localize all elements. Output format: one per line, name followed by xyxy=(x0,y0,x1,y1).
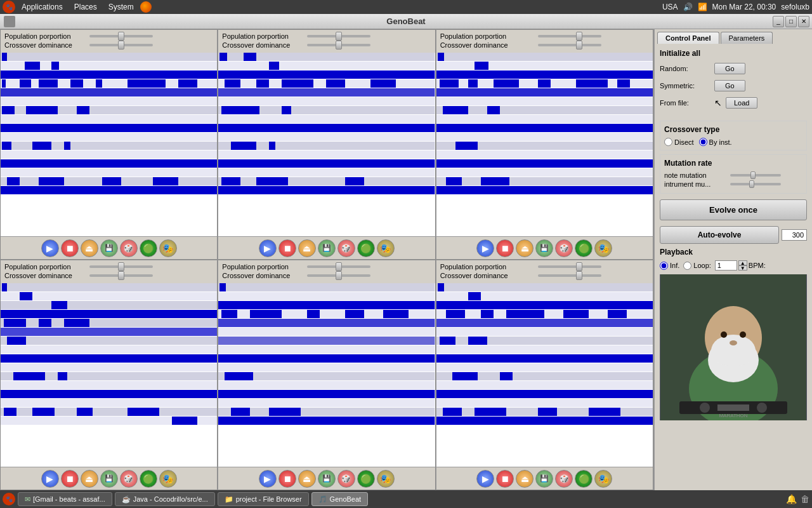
menu-system[interactable]: System xyxy=(103,1,139,13)
tab-control-panel[interactable]: Control Panel xyxy=(657,32,719,44)
tab-parameters[interactable]: Parameters xyxy=(721,32,773,44)
crossover-track-2[interactable] xyxy=(307,44,370,46)
stop-btn-1[interactable]: ⏹ xyxy=(61,239,79,257)
eject-btn-1[interactable]: ⏏ xyxy=(81,239,98,257)
blob-btn-3[interactable]: 🟢 xyxy=(575,239,593,257)
play-btn-5[interactable]: ▶ xyxy=(259,470,277,488)
disect-radio[interactable] xyxy=(664,138,672,146)
stop-btn-5[interactable]: ⏹ xyxy=(278,470,296,488)
blob-btn-2[interactable]: 🟢 xyxy=(357,239,375,257)
save-btn-1[interactable]: 💾 xyxy=(100,239,118,257)
crossover-track-4[interactable] xyxy=(89,274,153,277)
taskbar-logo[interactable]: 🐾 xyxy=(3,493,15,505)
dice-btn-4[interactable]: 🎲 xyxy=(120,470,138,488)
crossover-track-6[interactable] xyxy=(538,274,601,277)
minimize-button[interactable]: _ xyxy=(773,16,784,27)
crossover-thumb-5[interactable] xyxy=(336,271,342,280)
play-btn-3[interactable]: ▶ xyxy=(476,239,494,257)
auto-evolve-input[interactable] xyxy=(782,229,807,241)
population-track-5[interactable] xyxy=(307,265,370,268)
crossover-track-3[interactable] xyxy=(538,44,601,46)
save-btn-6[interactable]: 💾 xyxy=(535,470,553,488)
play-btn-1[interactable]: ▶ xyxy=(41,239,59,257)
stop-btn-2[interactable]: ⏹ xyxy=(278,239,296,257)
population-track-4[interactable] xyxy=(89,265,153,268)
stop-btn-3[interactable]: ⏹ xyxy=(496,239,514,257)
blob-btn-6[interactable]: 🟢 xyxy=(575,470,593,488)
menu-applications[interactable]: Applications xyxy=(16,1,68,13)
eject-btn-2[interactable]: ⏏ xyxy=(298,239,316,257)
maximize-button[interactable]: □ xyxy=(785,16,797,27)
save-btn-4[interactable]: 💾 xyxy=(100,470,118,488)
taskbar-gmail[interactable]: ✉ [Gmail - beats - assaf... xyxy=(18,492,112,506)
merge-btn-5[interactable]: 🎭 xyxy=(377,470,395,488)
population-track-3[interactable] xyxy=(538,35,601,37)
population-thumb-2[interactable] xyxy=(336,32,342,41)
beat-grid-2[interactable] xyxy=(218,53,435,236)
population-thumb-4[interactable] xyxy=(118,262,124,271)
close-button[interactable]: ✕ xyxy=(798,16,809,27)
population-track-1[interactable] xyxy=(89,35,153,37)
stop-btn-4[interactable]: ⏹ xyxy=(61,470,79,488)
note-mutation-track[interactable] xyxy=(730,174,781,177)
dice-btn-1[interactable]: 🎲 xyxy=(120,239,138,257)
merge-btn-1[interactable]: 🎭 xyxy=(159,239,177,257)
eject-btn-5[interactable]: ⏏ xyxy=(298,470,316,488)
taskbar-filebrowser[interactable]: 📁 project - File Browser xyxy=(218,492,309,506)
save-btn-3[interactable]: 💾 xyxy=(535,239,553,257)
save-btn-5[interactable]: 💾 xyxy=(318,470,336,488)
instrument-mutation-track[interactable] xyxy=(730,183,781,185)
bpm-down-button[interactable]: ▼ xyxy=(738,265,747,271)
beat-grid-6[interactable] xyxy=(436,283,653,467)
eject-btn-3[interactable]: ⏏ xyxy=(516,239,534,257)
save-btn-2[interactable]: 💾 xyxy=(318,239,336,257)
dice-btn-5[interactable]: 🎲 xyxy=(337,470,355,488)
play-btn-2[interactable]: ▶ xyxy=(259,239,277,257)
merge-btn-3[interactable]: 🎭 xyxy=(594,239,612,257)
crossover-thumb-6[interactable] xyxy=(576,271,582,280)
merge-btn-2[interactable]: 🎭 xyxy=(377,239,395,257)
play-btn-6[interactable]: ▶ xyxy=(476,470,494,488)
crossover-track-1[interactable] xyxy=(89,44,153,46)
crossover-thumb-1[interactable] xyxy=(118,41,124,50)
beat-grid-1[interactable] xyxy=(1,53,217,236)
dice-btn-3[interactable]: 🎲 xyxy=(555,239,573,257)
dice-btn-6[interactable]: 🎲 xyxy=(555,470,573,488)
load-button[interactable]: Load xyxy=(726,97,757,109)
population-track-6[interactable] xyxy=(538,265,601,268)
crossover-track-5[interactable] xyxy=(307,274,370,277)
blob-btn-5[interactable]: 🟢 xyxy=(357,470,375,488)
crossover-thumb-2[interactable] xyxy=(336,41,342,50)
blob-btn-1[interactable]: 🟢 xyxy=(140,239,157,257)
auto-evolve-button[interactable]: Auto-evolve xyxy=(660,226,779,244)
population-thumb-5[interactable] xyxy=(336,262,342,271)
crossover-thumb-4[interactable] xyxy=(118,271,124,280)
instrument-mutation-thumb[interactable] xyxy=(749,180,754,188)
note-mutation-thumb[interactable] xyxy=(750,171,756,179)
taskbar-java[interactable]: ☕ Java - Cocodrillo/src/e... xyxy=(115,492,215,506)
population-thumb-3[interactable] xyxy=(576,32,582,41)
taskbar-genobeat[interactable]: 🎵 GenoBeat xyxy=(311,492,369,506)
play-btn-4[interactable]: ▶ xyxy=(41,470,59,488)
beat-grid-4[interactable] xyxy=(1,283,217,467)
symmetric-go-button[interactable]: Go xyxy=(714,80,745,91)
dice-btn-2[interactable]: 🎲 xyxy=(337,239,355,257)
eject-btn-4[interactable]: ⏏ xyxy=(81,470,98,488)
merge-btn-6[interactable]: 🎭 xyxy=(594,470,612,488)
firefox-icon[interactable] xyxy=(140,1,152,13)
bpm-value-input[interactable] xyxy=(715,260,737,271)
inf-radio[interactable] xyxy=(660,262,668,270)
loop-radio[interactable] xyxy=(683,262,691,270)
merge-btn-4[interactable]: 🎭 xyxy=(159,470,177,488)
blob-btn-4[interactable]: 🟢 xyxy=(140,470,157,488)
beat-grid-5[interactable] xyxy=(218,283,435,467)
menu-places[interactable]: Places xyxy=(69,1,102,13)
population-track-2[interactable] xyxy=(307,35,370,37)
by-inst-radio[interactable] xyxy=(699,138,707,146)
population-thumb-6[interactable] xyxy=(576,262,582,271)
eject-btn-6[interactable]: ⏏ xyxy=(516,470,534,488)
evolve-once-button[interactable]: Evolve once xyxy=(660,199,807,220)
beat-grid-3[interactable] xyxy=(436,53,653,236)
crossover-thumb-3[interactable] xyxy=(576,41,582,50)
population-thumb-1[interactable] xyxy=(118,32,124,41)
